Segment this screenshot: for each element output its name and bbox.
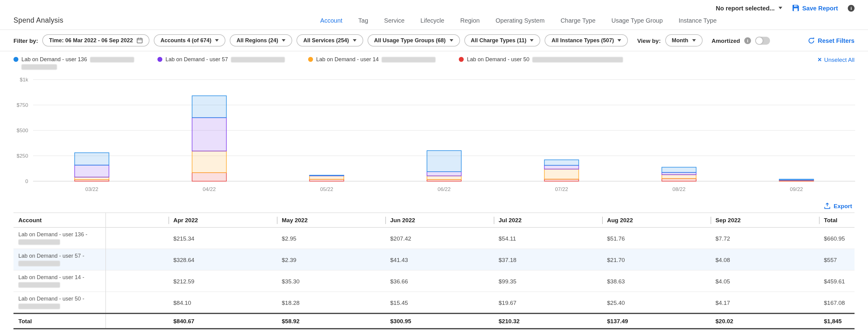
tab-tag[interactable]: Tag [358, 17, 368, 24]
legend-row: Lab on Demand - user 136Lab on Demand - … [0, 52, 868, 71]
total-value-cell: $58.92 [277, 313, 385, 329]
column-header-apr-2022: Apr 2022 [168, 213, 277, 227]
amortized-label: Amortized [712, 37, 740, 44]
unselect-all-button[interactable]: × Unselect All [818, 56, 855, 63]
account-name: Lab on Demand - user 14 - [19, 274, 100, 280]
value-cell: $19.67 [494, 292, 602, 313]
filter-pill-all-usage-type-groups-68[interactable]: All Usage Type Groups (68) [367, 34, 460, 46]
filter-pill-all-services-254[interactable]: All Services (254) [297, 34, 363, 46]
account-cell: Lab on Demand - user 14 - [13, 270, 105, 292]
bar-segment-lab-on-demand-user-14[interactable] [310, 176, 344, 179]
bar-segment-lab-on-demand-user-57[interactable] [427, 172, 461, 176]
value-cell: $84.10 [168, 292, 277, 313]
column-header-account: Account [13, 213, 105, 227]
bar-segment-lab-on-demand-user-14[interactable] [544, 169, 579, 179]
value-cell: $35.30 [277, 270, 385, 292]
column-header-may-2022: May 2022 [277, 213, 385, 227]
tab-region[interactable]: Region [460, 17, 479, 24]
redacted-text [19, 261, 60, 266]
bar-segment-lab-on-demand-user-14[interactable] [192, 151, 226, 173]
account-cell: Lab on Demand - user 136 - [13, 227, 105, 249]
tab-usage-type-group[interactable]: Usage Type Group [611, 17, 663, 24]
total-value-cell: $840.67 [168, 313, 277, 329]
save-report-button[interactable]: Save Report [792, 4, 838, 12]
export-label: Export [834, 203, 852, 209]
bar-segment-lab-on-demand-user-14[interactable] [662, 175, 696, 179]
value-cell: $557 [819, 249, 855, 270]
tab-instance-type[interactable]: Instance Type [679, 17, 717, 24]
export-icon [824, 203, 831, 209]
legend-dot-icon [13, 57, 19, 62]
filter-pill-accounts-4-of-674[interactable]: Accounts 4 (of 674) [154, 34, 225, 46]
column-header-total: Total [819, 213, 855, 227]
report-selector-dropdown[interactable]: No report selected... [716, 5, 782, 11]
bar-segment-lab-on-demand-user-136[interactable] [662, 167, 696, 172]
view-by-dropdown[interactable]: Month [665, 34, 702, 46]
bar-segment-lab-on-demand-user-57[interactable] [75, 165, 109, 177]
amortized-toggle[interactable] [755, 36, 770, 44]
bar-segment-lab-on-demand-user-136[interactable] [192, 96, 226, 118]
spend-analysis-page: No report selected... Save Report i Spen… [0, 0, 868, 333]
y-tick-label: 0 [25, 178, 28, 184]
unselect-all-label: Unselect All [824, 56, 855, 63]
column-header-spacer [105, 213, 168, 227]
chevron-down-icon [352, 39, 356, 42]
bar-segment-lab-on-demand-user-136[interactable] [427, 151, 461, 172]
bar-segment-lab-on-demand-user-14[interactable] [427, 176, 461, 180]
table-row-lab-on-demand-user-57[interactable]: Lab on Demand - user 57 -$328.64$2.39$41… [13, 249, 855, 270]
filter-pill-time-06-mar-2022-06-sep-2022[interactable]: Time: 06 Mar 2022 - 06 Sep 2022 [42, 34, 150, 46]
bar-segment-lab-on-demand-user-57[interactable] [544, 165, 579, 169]
bar-segment-lab-on-demand-user-136[interactable] [75, 153, 109, 165]
value-cell: $51.76 [602, 227, 711, 249]
spend-table: AccountApr 2022May 2022Jun 2022Jul 2022A… [13, 212, 855, 329]
tab-lifecycle[interactable]: Lifecycle [421, 17, 444, 24]
bar-segment-lab-on-demand-user-50[interactable] [662, 179, 696, 181]
legend-dot-icon [459, 57, 464, 62]
total-value-cell: $20.02 [711, 313, 819, 329]
legend-item-lab-on-demand-user-57[interactable]: Lab on Demand - user 57 [157, 56, 285, 62]
bar-segment-lab-on-demand-user-136[interactable] [544, 160, 579, 165]
table-row-lab-on-demand-user-14[interactable]: Lab on Demand - user 14 -$212.59$35.30$3… [13, 270, 855, 292]
redacted-text [22, 64, 57, 70]
tab-service[interactable]: Service [384, 17, 405, 24]
total-value-cell: $300.95 [385, 313, 494, 329]
close-icon: × [818, 56, 822, 63]
legend-item-lab-on-demand-user-50[interactable]: Lab on Demand - user 50 [459, 56, 623, 62]
info-icon[interactable]: i [848, 5, 855, 11]
table-row-lab-on-demand-user-136[interactable]: Lab on Demand - user 136 -$215.34$2.95$2… [13, 227, 855, 249]
tab-account[interactable]: Account [320, 17, 342, 24]
value-cell: $7.72 [711, 227, 819, 249]
column-header-sep-2022: Sep 2022 [711, 213, 819, 227]
value-cell: $37.18 [494, 249, 602, 270]
bar-segment-lab-on-demand-user-57[interactable] [662, 173, 696, 175]
value-cell: $38.63 [602, 270, 711, 292]
value-cell: $459.61 [819, 270, 855, 292]
filter-pill-all-charge-types-11[interactable]: All Charge Types (11) [464, 34, 540, 46]
x-tick-label: 03/22 [85, 187, 98, 192]
bar-segment-lab-on-demand-user-14[interactable] [75, 177, 109, 180]
redacted-text [533, 57, 623, 62]
reset-filters-button[interactable]: Reset Filters [808, 37, 855, 44]
bar-segment-lab-on-demand-user-136[interactable] [779, 179, 813, 180]
view-by-value: Month [672, 37, 688, 43]
value-cell: $2.39 [277, 249, 385, 270]
table-row-lab-on-demand-user-50[interactable]: Lab on Demand - user 50 -$84.10$18.28$15… [13, 292, 855, 313]
tab-charge-type[interactable]: Charge Type [560, 17, 595, 24]
stacked-bar-chart: 0$250$500$750$1k03/2204/2205/2206/2207/2… [10, 72, 858, 198]
bar-segment-lab-on-demand-user-57[interactable] [192, 118, 226, 151]
spacer-cell [105, 292, 168, 313]
value-cell: $41.43 [385, 249, 494, 270]
legend-item-lab-on-demand-user-14[interactable]: Lab on Demand - user 14 [308, 56, 436, 62]
export-button[interactable]: Export [824, 203, 852, 209]
legend-item-lab-on-demand-user-136[interactable]: Lab on Demand - user 136 [13, 56, 134, 70]
legend-label: Lab on Demand - user 136 [22, 56, 87, 62]
info-icon[interactable]: i [744, 37, 751, 44]
filter-pill-all-instance-types-507[interactable]: All Instance Types (507) [545, 34, 628, 46]
bar-segment-lab-on-demand-user-50[interactable] [192, 173, 226, 181]
value-cell: $212.59 [168, 270, 277, 292]
spend-chart[interactable]: 0$250$500$750$1k03/2204/2205/2206/2207/2… [0, 71, 868, 200]
tab-operating-system[interactable]: Operating System [496, 17, 545, 24]
filter-pill-all-regions-24[interactable]: All Regions (24) [230, 34, 292, 46]
redacted-text [382, 57, 436, 62]
bar-segment-lab-on-demand-user-136[interactable] [310, 175, 344, 175]
